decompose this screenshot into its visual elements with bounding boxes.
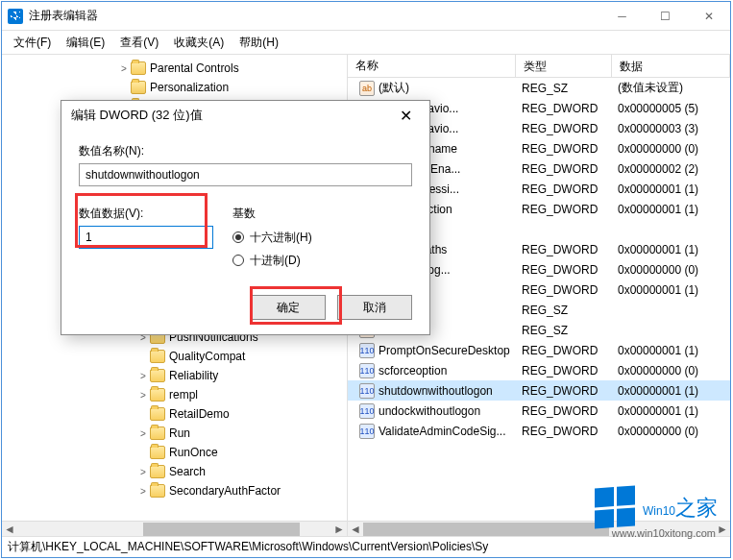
- value-data: 0x00000000 (0): [612, 263, 730, 277]
- value-type-icon: 110: [359, 383, 375, 399]
- tree-item[interactable]: >Parental Controls: [2, 59, 347, 78]
- menu-file[interactable]: 文件(F): [6, 33, 59, 53]
- tree-label: RetailDemo: [169, 407, 230, 421]
- scroll-right-icon[interactable]: ►: [331, 523, 347, 536]
- maximize-button[interactable]: ☐: [644, 2, 687, 30]
- base-label: 基数: [232, 206, 312, 222]
- menu-favorites[interactable]: 收藏夹(A): [166, 33, 232, 53]
- windows-logo-icon: [595, 486, 635, 529]
- value-data: 0x00000002 (2): [612, 162, 730, 176]
- titlebar: 注册表编辑器 ─ ☐ ✕: [2, 2, 730, 31]
- expand-icon[interactable]: >: [136, 428, 150, 439]
- value-data: 0x00000003 (3): [612, 122, 730, 135]
- value-data: 0x00000001 (1): [612, 283, 730, 297]
- expand-icon[interactable]: >: [136, 390, 150, 401]
- dialog-title: 编辑 DWORD (32 位)值: [71, 107, 391, 124]
- value-name: ValidateAdminCodeSig...: [379, 425, 506, 438]
- folder-icon: [150, 350, 165, 363]
- value-type-icon: 110: [359, 403, 375, 419]
- dialog-close-icon[interactable]: ✕: [391, 107, 420, 125]
- data-label: 数值数据(V):: [79, 206, 213, 222]
- value-type: REG_DWORD: [516, 183, 612, 196]
- value-data: 0x00000005 (5): [612, 102, 730, 115]
- statusbar: 计算机\HKEY_LOCAL_MACHINE\SOFTWARE\Microsof…: [2, 536, 730, 557]
- value-data: 0x00000001 (1): [612, 344, 730, 357]
- name-input[interactable]: [79, 163, 412, 186]
- scroll-left-icon[interactable]: ◄: [2, 523, 17, 536]
- edit-dword-dialog: 编辑 DWORD (32 位)值 ✕ 数值名称(N): 数值数据(V): 基数 …: [61, 100, 430, 335]
- value-type-icon: 110: [359, 343, 375, 358]
- tree-item[interactable]: >SecondaryAuthFactor: [2, 481, 347, 500]
- value-type: REG_DWORD: [516, 364, 612, 377]
- expand-icon[interactable]: >: [136, 467, 150, 477]
- radio-dec[interactable]: 十进制(D): [232, 249, 312, 272]
- menubar: 文件(F) 编辑(E) 查看(V) 收藏夹(A) 帮助(H): [2, 31, 730, 54]
- value-data: 0x00000000 (0): [612, 425, 730, 438]
- value-type: REG_DWORD: [516, 263, 612, 277]
- menu-help[interactable]: 帮助(H): [232, 33, 286, 53]
- value-data: 0x00000001 (1): [612, 243, 730, 256]
- value-data: 0x00000001 (1): [612, 404, 730, 418]
- value-type-icon: 110: [359, 363, 375, 378]
- col-type[interactable]: 类型: [516, 55, 612, 77]
- watermark: Win10之家: [595, 487, 718, 527]
- value-type: REG_SZ: [516, 324, 612, 337]
- tree-item[interactable]: >rempl: [2, 385, 347, 404]
- folder-icon: [150, 388, 165, 402]
- tree-label: Personalization: [150, 81, 229, 94]
- value-data: 0x00000001 (1): [612, 183, 730, 196]
- table-row[interactable]: 110ValidateAdminCodeSig... REG_DWORD 0x0…: [348, 421, 730, 441]
- close-button[interactable]: ✕: [687, 2, 730, 30]
- data-input[interactable]: [79, 226, 213, 249]
- expand-icon[interactable]: >: [136, 486, 150, 497]
- cancel-button[interactable]: 取消: [337, 295, 412, 320]
- table-row[interactable]: 110shutdownwithoutlogon REG_DWORD 0x0000…: [348, 380, 730, 401]
- folder-icon: [150, 426, 165, 440]
- value-type: REG_SZ: [516, 304, 612, 317]
- tree-item[interactable]: Personalization: [2, 78, 347, 97]
- tree-label: SecondaryAuthFactor: [169, 484, 281, 498]
- tree-item[interactable]: >Reliability: [2, 366, 347, 385]
- value-type: REG_DWORD: [516, 243, 612, 256]
- col-name[interactable]: 名称: [348, 55, 516, 77]
- value-data: (数值未设置): [612, 80, 730, 96]
- folder-icon: [150, 446, 165, 459]
- folder-icon: [150, 484, 165, 498]
- list-header: 名称 类型 数据: [348, 55, 730, 78]
- value-type: REG_DWORD: [516, 283, 612, 297]
- tree-label: QualityCompat: [169, 350, 245, 363]
- value-data: 0x00000000 (0): [612, 364, 730, 377]
- menu-view[interactable]: 查看(V): [112, 33, 166, 53]
- tree-item[interactable]: RunOnce: [2, 443, 347, 462]
- value-name: (默认): [379, 80, 409, 96]
- value-type: REG_DWORD: [516, 142, 612, 156]
- value-type: REG_DWORD: [516, 122, 612, 135]
- value-data: 0x00000001 (1): [612, 384, 730, 398]
- value-type-icon: ab: [359, 81, 375, 96]
- value-type: REG_DWORD: [516, 203, 612, 216]
- tree-item[interactable]: QualityCompat: [2, 347, 347, 366]
- table-row[interactable]: 110PromptOnSecureDesktop REG_DWORD 0x000…: [348, 340, 730, 360]
- expand-icon[interactable]: >: [136, 371, 150, 381]
- tree-label: Run: [169, 426, 190, 440]
- menu-edit[interactable]: 编辑(E): [59, 33, 112, 53]
- col-data[interactable]: 数据: [612, 55, 730, 77]
- folder-icon: [131, 81, 146, 94]
- value-name: undockwithoutlogon: [379, 404, 480, 418]
- minimize-button[interactable]: ─: [600, 2, 644, 30]
- value-type: REG_DWORD: [516, 344, 612, 357]
- expand-icon[interactable]: >: [117, 63, 131, 74]
- tree-label: Search: [169, 465, 206, 478]
- table-row[interactable]: 110scforceoption REG_DWORD 0x00000000 (0…: [348, 360, 730, 380]
- tree-label: rempl: [169, 388, 198, 402]
- value-type-icon: 110: [359, 424, 375, 439]
- tree-item[interactable]: >Run: [2, 424, 347, 443]
- table-row[interactable]: 110undockwithoutlogon REG_DWORD 0x000000…: [348, 401, 730, 421]
- scroll-left-icon[interactable]: ◄: [348, 523, 363, 536]
- tree-label: Parental Controls: [150, 61, 239, 75]
- tree-item[interactable]: >Search: [2, 462, 347, 481]
- ok-button[interactable]: 确定: [251, 295, 326, 320]
- radio-hex[interactable]: 十六进制(H): [232, 226, 312, 249]
- tree-item[interactable]: RetailDemo: [2, 404, 347, 424]
- table-row[interactable]: ab(默认) REG_SZ (数值未设置): [348, 78, 730, 98]
